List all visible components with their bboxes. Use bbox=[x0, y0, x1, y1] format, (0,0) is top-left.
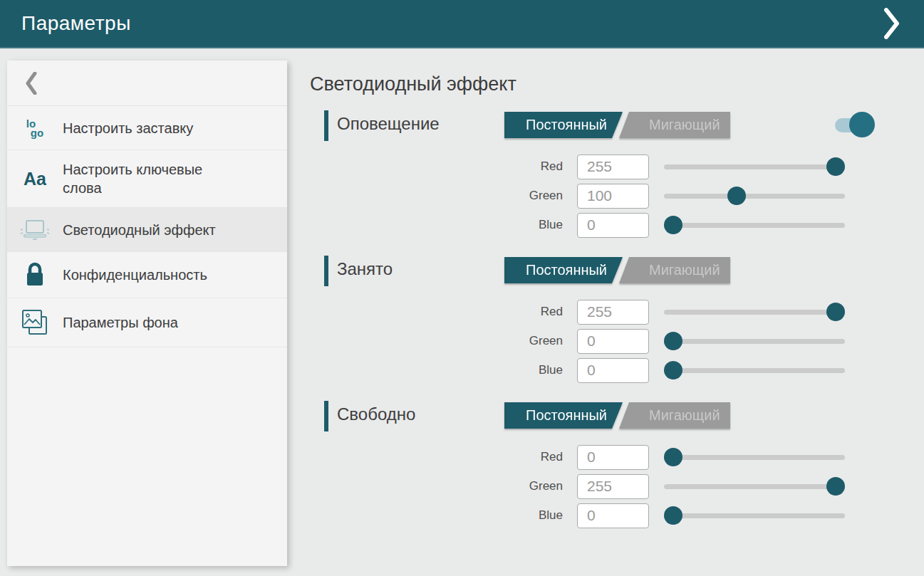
lock-icon bbox=[7, 262, 63, 288]
green-value-input[interactable] bbox=[577, 474, 649, 499]
rgb-row-blue: Blue bbox=[310, 503, 924, 528]
mode-option-solid[interactable]: Постоянный bbox=[504, 257, 623, 283]
blue-value-input[interactable] bbox=[577, 213, 649, 238]
slider-thumb[interactable] bbox=[826, 477, 845, 496]
content-area: lo go Настроить заставку Aa Настроить кл… bbox=[0, 48, 924, 566]
red-slider[interactable] bbox=[664, 444, 845, 470]
section-busy: Занято Постоянный Мигающий Red Green bbox=[310, 257, 924, 383]
rgb-row-red: Red bbox=[310, 154, 924, 179]
green-slider[interactable] bbox=[664, 328, 845, 354]
font-aa-icon: Aa bbox=[7, 169, 63, 189]
blue-slider[interactable] bbox=[664, 212, 845, 238]
rgb-label: Red bbox=[310, 159, 577, 174]
mode-segmented-control: Постоянный Мигающий bbox=[504, 257, 730, 283]
sidebar-item-keywords[interactable]: Aa Настроить ключевые слова bbox=[7, 150, 287, 208]
rgb-label: Red bbox=[310, 305, 577, 319]
slider-track[interactable] bbox=[664, 194, 845, 199]
section-notification: Оповещение Постоянный Мигающий Red bbox=[310, 112, 924, 238]
section-title: Свободно bbox=[337, 404, 415, 424]
rgb-row-red: Red bbox=[310, 299, 924, 325]
slider-track[interactable] bbox=[664, 513, 845, 518]
images-icon bbox=[7, 308, 63, 337]
chevron-right-icon bbox=[884, 8, 900, 39]
blue-slider[interactable] bbox=[664, 357, 845, 383]
mode-segmented-control: Постоянный Мигающий bbox=[504, 112, 730, 138]
sidebar-item-label: Параметры фона bbox=[63, 313, 184, 332]
sidebar: lo go Настроить заставку Aa Настроить кл… bbox=[7, 61, 287, 566]
rgb-label: Green bbox=[310, 189, 577, 203]
rgb-label: Green bbox=[310, 334, 577, 348]
sidebar-item-privacy[interactable]: Конфиденциальность bbox=[7, 252, 287, 298]
chevron-left-icon bbox=[26, 72, 37, 95]
green-value-input[interactable] bbox=[577, 184, 649, 209]
rgb-label: Blue bbox=[310, 218, 577, 232]
logo-icon: lo go bbox=[7, 119, 63, 137]
mode-option-solid[interactable]: Постоянный bbox=[504, 112, 623, 138]
slider-track[interactable] bbox=[664, 164, 845, 169]
mode-option-blinking[interactable]: Мигающий bbox=[617, 402, 730, 429]
section-free: Свободно Постоянный Мигающий Red Green bbox=[310, 402, 924, 528]
rgb-label: Blue bbox=[310, 363, 577, 377]
section-title: Занято bbox=[337, 259, 393, 279]
section-title: Оповещение bbox=[337, 114, 440, 134]
slider-thumb[interactable] bbox=[664, 216, 682, 234]
sidebar-item-led-effect[interactable]: Светодиодный эффект bbox=[7, 208, 287, 252]
mode-option-blinking[interactable]: Мигающий bbox=[617, 257, 730, 283]
slider-track[interactable] bbox=[664, 223, 845, 228]
section-accent-bar bbox=[324, 110, 328, 141]
slider-track[interactable] bbox=[664, 339, 845, 344]
sidebar-item-label: Настроить заставку bbox=[63, 119, 199, 137]
blue-value-input[interactable] bbox=[577, 503, 649, 528]
sidebar-item-label: Конфиденциальность bbox=[63, 266, 213, 284]
sidebar-item-screensaver[interactable]: lo go Настроить заставку bbox=[7, 106, 287, 150]
green-slider[interactable] bbox=[664, 473, 845, 499]
rgb-row-green: Green bbox=[310, 328, 924, 354]
red-value-input[interactable] bbox=[577, 155, 649, 179]
green-value-input[interactable] bbox=[577, 329, 649, 354]
mode-option-solid[interactable]: Постоянный bbox=[504, 402, 623, 429]
green-slider[interactable] bbox=[664, 183, 845, 209]
slider-track[interactable] bbox=[664, 310, 845, 315]
sidebar-item-label: Светодиодный эффект bbox=[63, 221, 222, 239]
page-title: Светодиодный эффект bbox=[310, 73, 924, 95]
rgb-row-blue: Blue bbox=[310, 357, 924, 383]
rgb-row-green: Green bbox=[310, 183, 924, 209]
blue-value-input[interactable] bbox=[577, 358, 649, 383]
led-toggle-switch[interactable] bbox=[835, 112, 875, 138]
red-slider[interactable] bbox=[664, 299, 845, 325]
rgb-label: Blue bbox=[310, 508, 577, 523]
slider-thumb[interactable] bbox=[826, 157, 845, 176]
sidebar-back-button[interactable] bbox=[7, 61, 287, 106]
mode-option-blinking[interactable]: Мигающий bbox=[617, 112, 730, 138]
slider-thumb[interactable] bbox=[664, 506, 682, 525]
page-header-title: Параметры bbox=[21, 12, 131, 35]
red-value-input[interactable] bbox=[577, 445, 649, 470]
section-accent-bar bbox=[324, 256, 328, 286]
rgb-row-red: Red bbox=[310, 444, 924, 470]
led-screen-icon bbox=[7, 219, 63, 241]
red-value-input[interactable] bbox=[577, 300, 649, 325]
app-header: Параметры bbox=[0, 0, 924, 48]
toggle-knob bbox=[849, 112, 875, 137]
slider-thumb[interactable] bbox=[664, 332, 682, 350]
slider-thumb[interactable] bbox=[664, 361, 682, 379]
slider-track[interactable] bbox=[664, 455, 845, 460]
rgb-label: Green bbox=[310, 479, 577, 493]
main-panel: Светодиодный эффект Оповещение Постоянны… bbox=[287, 48, 924, 548]
slider-track[interactable] bbox=[664, 484, 845, 489]
section-accent-bar bbox=[324, 401, 328, 431]
red-slider[interactable] bbox=[664, 154, 845, 179]
blue-slider[interactable] bbox=[664, 503, 845, 528]
mode-segmented-control: Постоянный Мигающий bbox=[504, 402, 730, 429]
rgb-row-blue: Blue bbox=[310, 212, 924, 238]
slider-thumb[interactable] bbox=[727, 187, 746, 205]
slider-track[interactable] bbox=[664, 368, 845, 373]
slider-thumb[interactable] bbox=[664, 448, 682, 466]
sidebar-item-label: Настроить ключевые слова bbox=[63, 160, 234, 197]
rgb-label: Red bbox=[310, 450, 577, 464]
sidebar-item-background[interactable]: Параметры фона bbox=[7, 298, 287, 347]
slider-thumb[interactable] bbox=[826, 303, 845, 321]
collapse-panel-button[interactable] bbox=[884, 8, 900, 39]
rgb-row-green: Green bbox=[310, 473, 924, 499]
